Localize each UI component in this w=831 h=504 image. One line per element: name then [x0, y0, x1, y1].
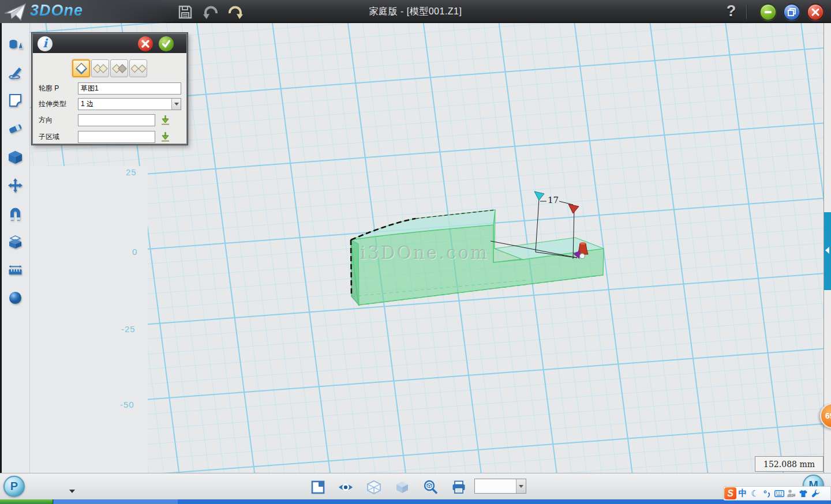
user-level-icon[interactable]: 14	[785, 487, 797, 499]
extrude-dialog-header: i	[33, 34, 186, 53]
mode-diamond-pair-split-button[interactable]	[129, 59, 147, 77]
chevron-left-icon	[825, 247, 829, 254]
svg-text:14: 14	[792, 494, 796, 497]
feature-cube-icon[interactable]	[8, 149, 23, 165]
measure-ruler-icon[interactable]	[8, 262, 23, 278]
paper-plane-logo-icon	[3, 2, 28, 22]
titlebar-separator	[746, 4, 747, 19]
dimension-handle-red-flag[interactable]	[568, 204, 579, 213]
skin-tshirt-icon[interactable]	[798, 487, 809, 499]
extrude-type-label: 拉伸类型	[39, 99, 78, 109]
pick-direction-arrow-icon[interactable]	[160, 115, 170, 125]
print-icon[interactable]	[451, 480, 466, 495]
chevron-down-icon	[174, 103, 179, 106]
undo-button[interactable]	[201, 3, 220, 21]
confirm-check-icon	[162, 39, 171, 48]
axis-label-neg50: -50	[120, 400, 134, 409]
confirm-button[interactable]	[159, 36, 174, 51]
cancel-button[interactable]	[138, 36, 153, 51]
help-button[interactable]: ?	[723, 2, 740, 21]
window-title: 家庭版 - [模型001.Z1]	[0, 0, 831, 23]
magnet-snap-icon[interactable]	[8, 206, 23, 221]
taskbar-window-segment	[54, 499, 178, 504]
eraser-icon[interactable]	[8, 121, 23, 136]
primitive-solids-icon[interactable]	[8, 37, 23, 52]
shaded-cube-icon[interactable]	[395, 480, 410, 495]
extrude-mode-buttons	[72, 59, 147, 77]
maximize-button[interactable]	[783, 3, 800, 21]
undo-arrow-icon	[202, 3, 219, 21]
move-arrows-icon[interactable]	[8, 178, 23, 193]
ime-toolbar: S 中 ☾ 14	[723, 486, 831, 501]
taskbar-start-segment	[0, 499, 53, 504]
chevron-down-icon	[519, 485, 523, 488]
minimize-button[interactable]	[759, 3, 777, 21]
titlebar: 3DOne 家庭版 - [模型001.Z1] ?	[0, 0, 831, 23]
settings-wrench-icon[interactable]	[810, 487, 821, 499]
sketch-plane-icon[interactable]	[8, 92, 23, 108]
redo-arrow-icon	[227, 3, 244, 21]
diamond-pair-split-icon	[131, 62, 146, 76]
extrude-type-value: 1 边	[81, 99, 93, 109]
visibility-eye-icon[interactable]	[338, 480, 353, 495]
info-icon[interactable]: i	[38, 36, 53, 51]
direction-input[interactable]	[78, 114, 155, 126]
sidebar-toolbox	[0, 23, 30, 473]
dimension-value: 17	[548, 195, 559, 205]
maximize-icon	[788, 8, 796, 16]
view-dropdown-arrow-button[interactable]	[516, 479, 526, 493]
app-brand: 3DOne	[30, 2, 83, 20]
dimension-handle-cyan-flag[interactable]	[534, 191, 544, 200]
mode-diamond-pair-shaded-button[interactable]	[110, 59, 128, 77]
extrude-type-dropdown[interactable]: 1 边	[78, 98, 181, 110]
redo-button[interactable]	[226, 3, 245, 21]
view-layout-icon[interactable]	[310, 480, 325, 495]
soft-keyboard-icon[interactable]	[773, 487, 785, 499]
profile-input[interactable]	[78, 82, 181, 95]
wireframe-cube-icon[interactable]	[366, 480, 381, 495]
watermark: i3DOne.com	[360, 242, 489, 263]
chinese-mode-icon[interactable]: 中	[737, 488, 748, 499]
sogou-logo-icon[interactable]: S	[724, 487, 736, 499]
close-icon	[811, 8, 819, 16]
diamond-single-icon	[74, 62, 88, 76]
side-panel-collapse-tab[interactable]	[824, 212, 831, 290]
combine-box-icon[interactable]	[8, 234, 23, 250]
statusbar: P M	[0, 473, 831, 499]
profile-label: 轮廓 P	[39, 84, 78, 93]
close-button[interactable]	[807, 3, 824, 21]
save-floppy-icon	[177, 4, 193, 20]
material-sphere-icon[interactable]	[8, 290, 23, 306]
os-taskbar-edge	[0, 499, 831, 504]
direction-label: 方向	[39, 115, 78, 125]
save-button[interactable]	[176, 3, 194, 21]
mode-diamond-single-button[interactable]	[72, 59, 90, 77]
diamond-pair-shaded-icon	[112, 62, 127, 76]
pick-subregion-arrow-icon[interactable]	[160, 131, 170, 142]
scale-readout: 152.088 mm	[755, 456, 823, 472]
extrude-dialog: i	[32, 33, 188, 145]
punctuation-icon[interactable]	[761, 487, 773, 499]
dropdown-arrow-button[interactable]	[171, 99, 181, 110]
diamond-pair-merged-icon	[93, 62, 108, 76]
sketch-pencil-icon[interactable]	[8, 65, 23, 80]
cancel-x-icon	[141, 39, 150, 48]
subregion-input[interactable]	[78, 131, 155, 143]
model-front-face	[351, 225, 604, 305]
plan-dropdown-arrow[interactable]	[69, 490, 75, 493]
view-preset-dropdown[interactable]	[474, 479, 526, 494]
zoom-view-icon[interactable]	[423, 480, 438, 495]
subregion-label: 子区域	[39, 132, 78, 142]
moon-mode-icon[interactable]: ☾	[749, 487, 761, 499]
mode-diamond-pair-merged-button[interactable]	[91, 59, 109, 77]
plan-view-button[interactable]: P	[3, 476, 25, 497]
minimize-icon	[764, 8, 772, 16]
